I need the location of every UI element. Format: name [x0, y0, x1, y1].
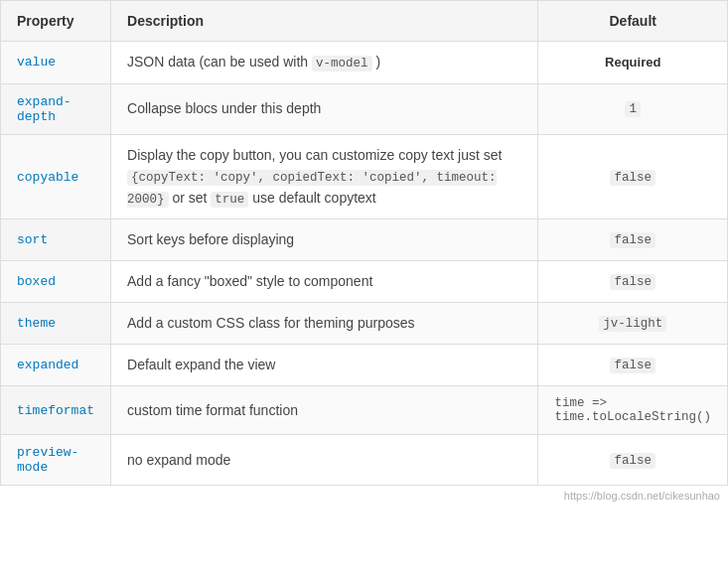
table-row: valueJSON data (can be used with v-model… [1, 42, 728, 84]
table-header-row: Property Description Default [1, 1, 728, 42]
cell-description: Add a custom CSS class for theming purpo… [111, 303, 538, 345]
table-row: copyableDisplay the copy button, you can… [1, 134, 728, 219]
cell-default: jv-light [538, 303, 728, 345]
cell-default: time =>time.toLocaleString() [538, 386, 728, 435]
header-property: Property [1, 1, 111, 42]
cell-property: timeformat [1, 386, 111, 435]
table-row: sortSort keys before displayingfalse [1, 219, 728, 261]
watermark: https://blog.csdn.net/cikesunhao [0, 486, 728, 506]
cell-default: false [538, 219, 728, 261]
cell-description: Add a fancy "boxed" style to component [111, 261, 538, 303]
table-row: preview-modeno expand modefalse [1, 435, 728, 486]
cell-description: Display the copy button, you can customi… [111, 134, 538, 219]
cell-property: copyable [1, 134, 111, 219]
cell-default: false [538, 261, 728, 303]
cell-property: expanded [1, 345, 111, 386]
cell-default: false [538, 345, 728, 386]
cell-description: JSON data (can be used with v-model ) [111, 42, 538, 84]
cell-default: 1 [538, 83, 728, 134]
properties-table: Property Description Default valueJSON d… [0, 0, 728, 486]
cell-property: sort [1, 219, 111, 261]
cell-property: value [1, 42, 111, 84]
cell-description: Collapse blocs under this depth [111, 83, 538, 134]
table-row: expandedDefault expand the viewfalse [1, 345, 728, 386]
table-row: boxedAdd a fancy "boxed" style to compon… [1, 261, 728, 303]
cell-default: false [538, 435, 728, 486]
cell-description: Default expand the view [111, 345, 538, 386]
table-row: expand-depthCollapse blocs under this de… [1, 83, 728, 134]
cell-property: preview-mode [1, 435, 111, 486]
cell-description: custom time format function [111, 386, 538, 435]
header-description: Description [111, 1, 538, 42]
cell-description: Sort keys before displaying [111, 219, 538, 261]
table-row: themeAdd a custom CSS class for theming … [1, 303, 728, 345]
cell-property: expand-depth [1, 83, 111, 134]
cell-default: Required [538, 42, 728, 84]
cell-property: theme [1, 303, 111, 345]
cell-default: false [538, 134, 728, 219]
cell-property: boxed [1, 261, 111, 303]
cell-description: no expand mode [111, 435, 538, 486]
table-row: timeformatcustom time format functiontim… [1, 386, 728, 435]
header-default: Default [538, 1, 728, 42]
